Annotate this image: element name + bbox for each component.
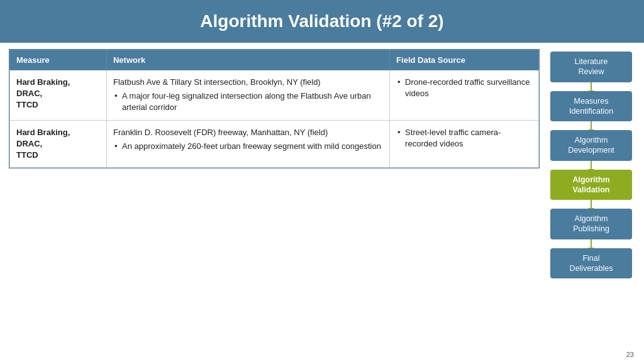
field-bullet-1: Drone-recorded traffic surveillance vide… xyxy=(396,77,532,99)
main-content: Measure Network Field Data Source Hard B… xyxy=(9,49,540,358)
slide-header: Algorithm Validation (#2 of 2) xyxy=(0,0,644,43)
measure-cell-1: Hard Braking,DRAC,TTCD xyxy=(10,70,107,121)
sidebar-flowchart: LiteratureReview MeasuresIdentification … xyxy=(547,49,635,358)
network-cell-1: Flatbush Ave & Tillary St intersection, … xyxy=(106,70,389,121)
flow-box-algorithm-validation: AlgorithmValidation xyxy=(550,170,632,200)
flow-box-final-deliverables: FinalDeliverables xyxy=(550,248,632,279)
content-area: Measure Network Field Data Source Hard B… xyxy=(0,43,644,362)
flow-arrow-2 xyxy=(591,121,592,130)
network-cell-2: Franklin D. Roosevelt (FDR) freeway, Man… xyxy=(106,120,389,168)
flow-arrow-5 xyxy=(591,239,592,248)
flow-box-literature-review: LiteratureReview xyxy=(550,52,632,82)
col-header-measure: Measure xyxy=(10,50,107,70)
flow-arrow-4 xyxy=(591,200,592,209)
flow-box-algorithm-publishing: AlgorithmPublishing xyxy=(550,209,632,239)
field-cell-2: Street-level traffic camera-recorded vid… xyxy=(390,120,539,168)
flow-arrow-1 xyxy=(591,82,592,91)
slide: Algorithm Validation (#2 of 2) Measure N… xyxy=(0,0,644,362)
table-row: Hard Braking,DRAC,TTCD Franklin D. Roose… xyxy=(10,120,539,168)
field-cell-1: Drone-recorded traffic surveillance vide… xyxy=(390,70,539,121)
flow-arrow-3 xyxy=(591,161,592,170)
slide-footer: 23 xyxy=(626,351,634,358)
col-header-field: Field Data Source xyxy=(390,50,539,70)
slide-title: Algorithm Validation (#2 of 2) xyxy=(200,11,443,31)
col-header-network: Network xyxy=(106,50,389,70)
flow-box-measures-identification: MeasuresIdentification xyxy=(550,91,632,122)
table-row: Hard Braking,DRAC,TTCD Flatbush Ave & Ti… xyxy=(10,70,539,121)
network-bullet-2: An approximately 260-feet urban freeway … xyxy=(113,141,383,152)
data-table-wrapper: Measure Network Field Data Source Hard B… xyxy=(9,49,540,168)
page-number: 23 xyxy=(626,351,634,358)
data-table: Measure Network Field Data Source Hard B… xyxy=(9,50,539,168)
network-bullet-1: A major four-leg signalized intersection… xyxy=(113,90,383,113)
flow-box-algorithm-development: AlgorithmDevelopment xyxy=(550,130,632,161)
field-bullet-2: Street-level traffic camera-recorded vid… xyxy=(396,127,532,150)
measure-cell-2: Hard Braking,DRAC,TTCD xyxy=(10,120,107,168)
